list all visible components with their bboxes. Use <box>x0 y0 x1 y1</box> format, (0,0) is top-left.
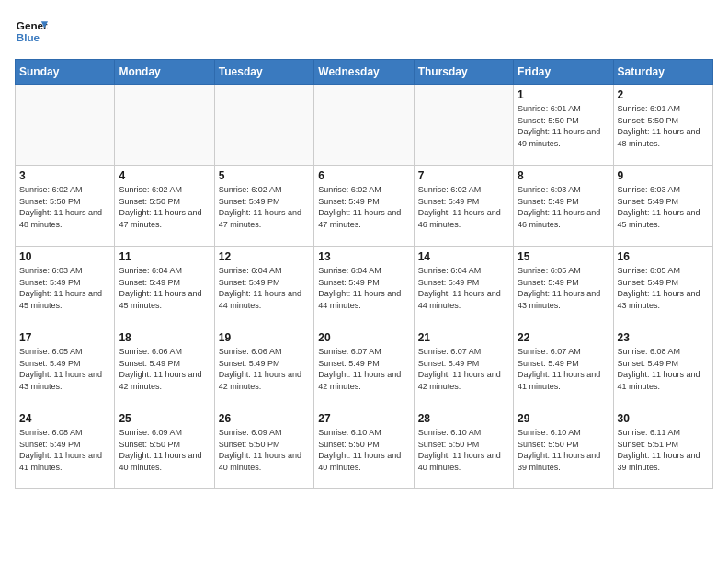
day-info: Sunrise: 6:04 AM Sunset: 5:49 PM Dayligh… <box>219 265 310 311</box>
day-info: Sunrise: 6:02 AM Sunset: 5:49 PM Dayligh… <box>219 184 310 230</box>
day-of-week-header: Saturday <box>613 60 712 85</box>
calendar-day-cell: 24Sunrise: 6:08 AM Sunset: 5:49 PM Dayli… <box>16 408 115 489</box>
day-info: Sunrise: 6:10 AM Sunset: 5:50 PM Dayligh… <box>318 427 409 473</box>
day-info: Sunrise: 6:07 AM Sunset: 5:49 PM Dayligh… <box>318 346 409 392</box>
calendar-day-cell: 5Sunrise: 6:02 AM Sunset: 5:49 PM Daylig… <box>214 166 313 247</box>
day-number: 12 <box>219 250 310 263</box>
day-info: Sunrise: 6:01 AM Sunset: 5:50 PM Dayligh… <box>518 103 609 149</box>
day-info: Sunrise: 6:05 AM Sunset: 5:49 PM Dayligh… <box>518 265 609 311</box>
calendar-day-cell: 3Sunrise: 6:02 AM Sunset: 5:50 PM Daylig… <box>16 166 115 247</box>
day-info: Sunrise: 6:05 AM Sunset: 5:49 PM Dayligh… <box>618 265 709 311</box>
day-of-week-header: Tuesday <box>214 60 313 85</box>
calendar-day-cell: 14Sunrise: 6:04 AM Sunset: 5:49 PM Dayli… <box>414 247 513 327</box>
calendar-header: SundayMondayTuesdayWednesdayThursdayFrid… <box>16 60 713 85</box>
calendar-day-cell <box>115 85 214 166</box>
calendar-table: SundayMondayTuesdayWednesdayThursdayFrid… <box>15 59 713 489</box>
day-number: 1 <box>518 88 609 101</box>
calendar-day-cell: 28Sunrise: 6:10 AM Sunset: 5:50 PM Dayli… <box>414 408 513 489</box>
day-of-week-header: Sunday <box>16 60 115 85</box>
day-number: 5 <box>219 169 310 182</box>
day-number: 25 <box>119 412 210 425</box>
day-number: 9 <box>618 169 709 182</box>
calendar-day-cell: 10Sunrise: 6:03 AM Sunset: 5:49 PM Dayli… <box>16 247 115 327</box>
calendar-day-cell: 27Sunrise: 6:10 AM Sunset: 5:50 PM Dayli… <box>314 408 414 489</box>
logo: General Blue <box>15 15 48 48</box>
calendar-day-cell: 25Sunrise: 6:09 AM Sunset: 5:50 PM Dayli… <box>115 408 214 489</box>
calendar-day-cell <box>214 85 313 166</box>
day-info: Sunrise: 6:04 AM Sunset: 5:49 PM Dayligh… <box>119 265 210 311</box>
day-of-week-header: Thursday <box>414 60 513 85</box>
calendar-day-cell: 21Sunrise: 6:07 AM Sunset: 5:49 PM Dayli… <box>414 327 513 408</box>
day-info: Sunrise: 6:01 AM Sunset: 5:50 PM Dayligh… <box>618 103 709 149</box>
day-number: 19 <box>219 331 310 344</box>
calendar-day-cell: 23Sunrise: 6:08 AM Sunset: 5:49 PM Dayli… <box>613 327 712 408</box>
page-header: General Blue <box>15 15 713 48</box>
calendar-day-cell: 11Sunrise: 6:04 AM Sunset: 5:49 PM Dayli… <box>115 247 214 327</box>
calendar-day-cell: 19Sunrise: 6:06 AM Sunset: 5:49 PM Dayli… <box>214 327 313 408</box>
day-number: 2 <box>618 88 709 101</box>
calendar-week-row: 17Sunrise: 6:05 AM Sunset: 5:49 PM Dayli… <box>16 327 713 408</box>
calendar-day-cell: 29Sunrise: 6:10 AM Sunset: 5:50 PM Dayli… <box>514 408 613 489</box>
day-info: Sunrise: 6:04 AM Sunset: 5:49 PM Dayligh… <box>318 265 409 311</box>
day-number: 6 <box>318 169 409 182</box>
day-number: 14 <box>418 250 509 263</box>
day-info: Sunrise: 6:08 AM Sunset: 5:49 PM Dayligh… <box>19 427 110 473</box>
day-info: Sunrise: 6:11 AM Sunset: 5:51 PM Dayligh… <box>618 427 709 473</box>
day-number: 7 <box>418 169 509 182</box>
day-info: Sunrise: 6:02 AM Sunset: 5:50 PM Dayligh… <box>119 184 210 230</box>
day-number: 4 <box>119 169 210 182</box>
day-of-week-header: Wednesday <box>314 60 414 85</box>
day-number: 11 <box>119 250 210 263</box>
day-of-week-header: Friday <box>514 60 613 85</box>
calendar-day-cell: 30Sunrise: 6:11 AM Sunset: 5:51 PM Dayli… <box>613 408 712 489</box>
day-info: Sunrise: 6:09 AM Sunset: 5:50 PM Dayligh… <box>119 427 210 473</box>
calendar-week-row: 10Sunrise: 6:03 AM Sunset: 5:49 PM Dayli… <box>16 247 713 327</box>
day-info: Sunrise: 6:02 AM Sunset: 5:49 PM Dayligh… <box>318 184 409 230</box>
day-number: 23 <box>618 331 709 344</box>
calendar-day-cell: 15Sunrise: 6:05 AM Sunset: 5:49 PM Dayli… <box>514 247 613 327</box>
calendar-day-cell: 8Sunrise: 6:03 AM Sunset: 5:49 PM Daylig… <box>514 166 613 247</box>
calendar-day-cell: 16Sunrise: 6:05 AM Sunset: 5:49 PM Dayli… <box>613 247 712 327</box>
day-info: Sunrise: 6:02 AM Sunset: 5:50 PM Dayligh… <box>19 184 110 230</box>
day-info: Sunrise: 6:06 AM Sunset: 5:49 PM Dayligh… <box>119 346 210 392</box>
day-number: 20 <box>318 331 409 344</box>
day-number: 30 <box>618 412 709 425</box>
svg-text:General: General <box>17 19 48 31</box>
day-number: 27 <box>318 412 409 425</box>
day-info: Sunrise: 6:05 AM Sunset: 5:49 PM Dayligh… <box>19 346 110 392</box>
day-of-week-header: Monday <box>115 60 214 85</box>
calendar-day-cell <box>414 85 513 166</box>
calendar-day-cell: 12Sunrise: 6:04 AM Sunset: 5:49 PM Dayli… <box>214 247 313 327</box>
day-number: 16 <box>618 250 709 263</box>
calendar-week-row: 24Sunrise: 6:08 AM Sunset: 5:49 PM Dayli… <box>16 408 713 489</box>
day-number: 29 <box>518 412 609 425</box>
calendar-day-cell: 20Sunrise: 6:07 AM Sunset: 5:49 PM Dayli… <box>314 327 414 408</box>
calendar-day-cell: 9Sunrise: 6:03 AM Sunset: 5:49 PM Daylig… <box>613 166 712 247</box>
day-info: Sunrise: 6:10 AM Sunset: 5:50 PM Dayligh… <box>518 427 609 473</box>
day-info: Sunrise: 6:08 AM Sunset: 5:49 PM Dayligh… <box>618 346 709 392</box>
day-number: 8 <box>518 169 609 182</box>
calendar-week-row: 1Sunrise: 6:01 AM Sunset: 5:50 PM Daylig… <box>16 85 713 166</box>
calendar-day-cell: 18Sunrise: 6:06 AM Sunset: 5:49 PM Dayli… <box>115 327 214 408</box>
calendar-day-cell: 2Sunrise: 6:01 AM Sunset: 5:50 PM Daylig… <box>613 85 712 166</box>
calendar-day-cell: 4Sunrise: 6:02 AM Sunset: 5:50 PM Daylig… <box>115 166 214 247</box>
day-number: 28 <box>418 412 509 425</box>
day-info: Sunrise: 6:02 AM Sunset: 5:49 PM Dayligh… <box>418 184 509 230</box>
day-info: Sunrise: 6:03 AM Sunset: 5:49 PM Dayligh… <box>618 184 709 230</box>
svg-text:Blue: Blue <box>17 31 40 43</box>
calendar-day-cell: 17Sunrise: 6:05 AM Sunset: 5:49 PM Dayli… <box>16 327 115 408</box>
calendar-day-cell: 13Sunrise: 6:04 AM Sunset: 5:49 PM Dayli… <box>314 247 414 327</box>
day-number: 22 <box>518 331 609 344</box>
day-number: 24 <box>19 412 110 425</box>
calendar-day-cell: 26Sunrise: 6:09 AM Sunset: 5:50 PM Dayli… <box>214 408 313 489</box>
day-info: Sunrise: 6:03 AM Sunset: 5:49 PM Dayligh… <box>518 184 609 230</box>
calendar-body: 1Sunrise: 6:01 AM Sunset: 5:50 PM Daylig… <box>16 85 713 489</box>
day-number: 15 <box>518 250 609 263</box>
calendar-day-cell: 7Sunrise: 6:02 AM Sunset: 5:49 PM Daylig… <box>414 166 513 247</box>
day-number: 10 <box>19 250 110 263</box>
day-number: 21 <box>418 331 509 344</box>
day-info: Sunrise: 6:09 AM Sunset: 5:50 PM Dayligh… <box>219 427 310 473</box>
day-info: Sunrise: 6:07 AM Sunset: 5:49 PM Dayligh… <box>418 346 509 392</box>
day-info: Sunrise: 6:07 AM Sunset: 5:49 PM Dayligh… <box>518 346 609 392</box>
day-number: 18 <box>119 331 210 344</box>
